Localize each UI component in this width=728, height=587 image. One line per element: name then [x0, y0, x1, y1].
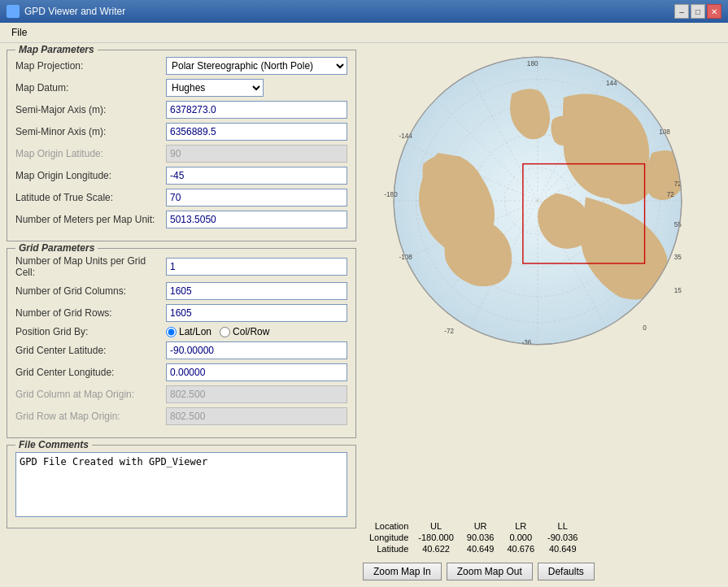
map-container: 72 55 35 15 180 144 108 72 -180 -144 -10…: [363, 50, 721, 515]
map-parameters-group: Map Parameters Map Projection: Polar Ste…: [7, 50, 356, 241]
colrow-radio[interactable]: [220, 327, 230, 337]
semi-major-row: Semi-Major Axis (m):: [15, 101, 347, 119]
defaults-button[interactable]: Defaults: [538, 563, 595, 580]
close-button[interactable]: ✕: [707, 4, 721, 19]
map-info-table: Location UL UR LR LL Longitude -180.000 …: [363, 520, 721, 554]
map-units-grid-row: Number of Map Units per Grid Cell:: [15, 255, 347, 278]
grid-col-origin-label: Grid Column at Map Origin:: [15, 389, 166, 400]
grid-center-lat-input[interactable]: [166, 341, 347, 359]
lat-true-scale-row: Latitude of True Scale:: [15, 189, 347, 207]
grid-parameters-group: Grid Parameters Number of Map Units per …: [7, 248, 356, 438]
semi-minor-row: Semi-Minor Axis (m):: [15, 123, 347, 141]
map-projection-row: Map Projection: Polar Stereographic (Nor…: [15, 57, 347, 75]
lat-ur: 40.649: [460, 543, 501, 554]
svg-text:-72: -72: [444, 328, 454, 335]
lat-true-scale-label: Latitude of True Scale:: [15, 192, 166, 203]
title-bar-controls[interactable]: – □ ✕: [674, 4, 721, 19]
menu-bar: File: [0, 23, 728, 43]
lat-ll: 40.649: [541, 543, 584, 554]
map-origin-lon-row: Map Origin Longitude:: [15, 167, 347, 185]
app-icon: [7, 5, 20, 18]
semi-minor-input[interactable]: [166, 123, 347, 141]
meters-per-unit-input[interactable]: [166, 211, 347, 228]
minimize-button[interactable]: –: [674, 4, 689, 19]
map-origin-lat-row: Map Origin Latitude:: [15, 145, 347, 163]
right-panel: 72 55 35 15 180 144 108 72 -180 -144 -10…: [363, 50, 721, 580]
latlon-radio-label[interactable]: Lat/Lon: [166, 326, 211, 337]
map-origin-lat-input: [166, 145, 347, 163]
lon-lr: 0.000: [500, 532, 541, 543]
map-origin-lon-label: Map Origin Longitude:: [15, 170, 166, 181]
svg-text:15: 15: [674, 287, 682, 294]
svg-text:0: 0: [643, 324, 647, 332]
lat-true-scale-input[interactable]: [166, 189, 347, 207]
location-header: Location: [363, 520, 412, 532]
svg-text:35: 35: [674, 254, 682, 261]
file-comments-textarea[interactable]: GPD File Created with GPD_Viewer: [15, 452, 347, 517]
svg-text:-180: -180: [384, 191, 398, 198]
map-projection-label: Map Projection:: [15, 60, 166, 72]
svg-text:72: 72: [667, 191, 675, 198]
meters-per-unit-row: Number of Meters per Map Unit:: [15, 211, 347, 228]
grid-row-origin-input: [166, 407, 347, 425]
grid-center-lon-input[interactable]: [166, 363, 347, 381]
map-units-grid-input[interactable]: [166, 258, 347, 276]
zoom-in-button[interactable]: Zoom Map In: [363, 563, 442, 580]
grid-columns-row: Number of Grid Columns:: [15, 282, 347, 300]
longitude-row-label: Longitude: [363, 532, 412, 543]
grid-center-lat-label: Grid Center Latitude:: [15, 345, 166, 356]
lon-ll: -90.036: [541, 532, 584, 543]
window-title: GPD Viewer and Writer: [24, 6, 125, 17]
semi-major-input[interactable]: [166, 101, 347, 119]
ul-header: UL: [412, 520, 460, 532]
colrow-label: Col/Row: [233, 326, 269, 337]
left-panel: Map Parameters Map Projection: Polar Ste…: [7, 50, 356, 580]
map-units-grid-label: Number of Map Units per Grid Cell:: [15, 255, 166, 278]
map-datum-row: Map Datum: Hughes WGS84: [15, 79, 347, 97]
lr-header: LR: [500, 520, 541, 532]
ll-header: LL: [541, 520, 584, 532]
grid-rows-row: Number of Grid Rows:: [15, 304, 347, 322]
colrow-radio-label[interactable]: Col/Row: [220, 326, 269, 337]
zoom-out-button[interactable]: Zoom Map Out: [447, 563, 533, 580]
grid-center-lon-row: Grid Center Longitude:: [15, 363, 347, 381]
map-projection-select[interactable]: Polar Stereographic (North Pole): [166, 57, 347, 75]
grid-row-origin-label: Grid Row at Map Origin:: [15, 411, 166, 422]
latitude-row-label: Latitude: [363, 543, 412, 554]
position-radio-group: Lat/Lon Col/Row: [166, 326, 347, 337]
grid-row-origin-row: Grid Row at Map Origin:: [15, 407, 347, 425]
svg-text:-36: -36: [521, 339, 531, 346]
position-grid-label: Position Grid By:: [15, 326, 166, 337]
grid-rows-label: Number of Grid Rows:: [15, 307, 166, 319]
grid-center-lat-row: Grid Center Latitude:: [15, 341, 347, 359]
lon-ul: -180.000: [412, 532, 460, 543]
grid-center-lon-label: Grid Center Longitude:: [15, 367, 166, 378]
grid-columns-label: Number of Grid Columns:: [15, 285, 166, 297]
grid-parameters-label: Grid Parameters: [15, 242, 98, 254]
semi-major-label: Semi-Major Axis (m):: [15, 104, 166, 115]
grid-col-origin-row: Grid Column at Map Origin:: [15, 385, 347, 403]
map-origin-lat-label: Map Origin Latitude:: [15, 148, 166, 159]
ur-header: UR: [460, 520, 501, 532]
file-menu[interactable]: File: [5, 25, 33, 40]
maximize-button[interactable]: □: [691, 4, 705, 19]
map-origin-lon-input[interactable]: [166, 167, 347, 185]
meters-per-unit-label: Number of Meters per Map Unit:: [15, 214, 166, 225]
map-svg: 72 55 35 15 180 144 108 72 -180 -144 -10…: [363, 50, 713, 367]
content-area: Map Parameters Map Projection: Polar Ste…: [0, 43, 728, 587]
grid-col-origin-input: [166, 385, 347, 403]
latlon-radio[interactable]: [166, 327, 177, 337]
svg-text:180: 180: [527, 60, 538, 67]
lat-ul: 40.622: [412, 543, 460, 554]
position-grid-row: Position Grid By: Lat/Lon Col/Row: [15, 326, 347, 337]
title-bar: GPD Viewer and Writer – □ ✕: [0, 0, 728, 23]
grid-columns-input[interactable]: [166, 282, 347, 300]
latlon-label: Lat/Lon: [179, 326, 211, 337]
lat-lr: 40.676: [500, 543, 541, 554]
map-parameters-label: Map Parameters: [15, 44, 98, 55]
map-datum-select[interactable]: Hughes WGS84: [166, 79, 264, 97]
grid-rows-input[interactable]: [166, 304, 347, 322]
title-bar-left: GPD Viewer and Writer: [7, 5, 125, 18]
semi-minor-label: Semi-Minor Axis (m):: [15, 126, 166, 137]
map-datum-label: Map Datum:: [15, 82, 166, 93]
